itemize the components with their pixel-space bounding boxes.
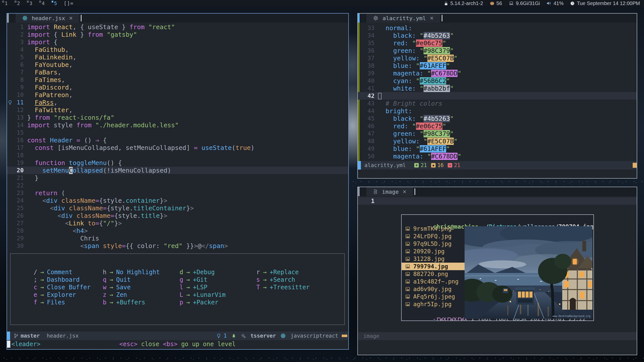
workspace-1[interactable]: 1	[0, 0, 12, 7]
token: useState	[201, 144, 232, 151]
token: React	[54, 23, 72, 31]
code-line[interactable]: 34 black: "#4b5263"	[358, 32, 637, 39]
code-line[interactable]: 6 FaYoutube,	[7, 61, 348, 68]
workspace-4[interactable]: 4	[37, 0, 49, 7]
layout-indicator[interactable]: []=	[64, 0, 73, 6]
code-line[interactable]: 10 FaPatreon,	[7, 91, 348, 99]
code-line[interactable]: 37 yellow: "#E5C07B"	[358, 54, 637, 62]
code-line[interactable]: 29 Chris	[7, 234, 348, 242]
token	[416, 85, 420, 92]
code-line[interactable]: 25 <div className={style.titleContainer}…	[7, 204, 348, 212]
token: ⇒	[95, 137, 99, 144]
whichkey-item[interactable]: /→Comment	[31, 268, 91, 276]
close-icon[interactable]: ×	[430, 15, 433, 21]
code-line[interactable]: 33 normal:	[358, 24, 637, 32]
code-line[interactable]: 27 <Link to={"/"}>	[7, 219, 348, 227]
code-line[interactable]: 22	[7, 182, 348, 189]
scroll-indicator[interactable]	[633, 163, 637, 168]
code-line[interactable]: 7 FaBars,	[7, 68, 348, 76]
code-line[interactable]: 45 black: "#4b5263"	[358, 115, 637, 122]
code-line[interactable]: 39 magenta: "#C678DD"	[358, 69, 637, 77]
code-line[interactable]: 28 <h4>	[7, 227, 348, 234]
code-line[interactable]: 4 FaGithub,	[7, 46, 348, 53]
code-text: FaRss,	[24, 99, 57, 106]
whichkey-item[interactable]: p→+Packer	[177, 299, 226, 306]
code-line[interactable]: 21 }	[7, 174, 348, 182]
file-name: 31228.jpg	[413, 256, 445, 262]
code-line[interactable]: 1	[358, 197, 637, 205]
code-line[interactable]: 35 red: "#e06c75"	[358, 39, 637, 47]
code-line[interactable]: 16const Header = () ⇒ {	[7, 136, 348, 144]
code-text: magenta: "#C678DD"	[374, 153, 461, 160]
gutter-sign	[7, 174, 13, 182]
token	[27, 144, 35, 151]
buffer-tab-image[interactable]: image ×	[366, 187, 413, 196]
close-icon[interactable]: ×	[403, 189, 406, 195]
whichkey-item[interactable]: h→No Highlight	[100, 268, 160, 276]
workspace-5[interactable]: 5	[49, 0, 62, 7]
code-line[interactable]: 2import { Link } from "gatsby"	[7, 31, 348, 38]
code-line[interactable]: 12 FaTwitter,	[7, 106, 348, 114]
code-line[interactable]: 47 green: "#98C379"	[358, 130, 637, 137]
token	[27, 99, 35, 106]
whichkey-item[interactable]: c→Close Buffer	[31, 284, 91, 291]
buffer-tab-header-jsx[interactable]: header.jsx ×	[16, 14, 79, 23]
whichkey-item[interactable]: L→+LunarVim	[177, 291, 226, 299]
code-line[interactable]: 1import React, { useState } from "react"	[7, 23, 348, 31]
code-line[interactable]: 5 FaLinkedin,	[7, 53, 348, 61]
token: }	[160, 197, 164, 204]
whichkey-item[interactable]: w→Save	[100, 284, 160, 291]
whichkey-item[interactable]: ;→Dashboard	[31, 276, 91, 284]
code-line[interactable]: 46 red: "#e06c75"	[358, 122, 637, 130]
code-line[interactable]: 20 setMenuCollapsed(!isMenuCollapsed)	[7, 167, 348, 174]
code-line[interactable]: 40 cyan: "#56B6C2"	[358, 77, 637, 85]
code-line[interactable]: 49 blue: "#61AFEF"	[358, 145, 637, 152]
code-line[interactable]: 36 green: "#98C379"	[358, 47, 637, 54]
whichkey-item[interactable]: b→+Buffers	[100, 299, 160, 306]
workspace-3[interactable]: 3	[25, 0, 37, 7]
whichkey-item[interactable]: g→+Git	[177, 276, 226, 284]
code-line[interactable]: 24 <div className={style.container}>	[7, 197, 348, 204]
whichkey-item[interactable]: f→Files	[31, 299, 91, 306]
code-line[interactable]: 9 FaDiscord,	[7, 84, 348, 91]
code-line[interactable]: 23 return (	[7, 189, 348, 197]
code-line[interactable]: 43 # Bright colors	[358, 100, 637, 107]
whichkey-item[interactable]: r→+Replace	[253, 268, 310, 276]
code-line[interactable]: 8 FaTimes,	[7, 76, 348, 84]
code-line[interactable]: 42	[358, 92, 637, 100]
code-line[interactable]: 48 yellow: "#E5C07B"	[358, 137, 637, 145]
buffer-tab-alacritty-yml[interactable]: alacritty.yml ×	[366, 14, 440, 23]
code-line[interactable]: 41 white: "#abb2bf"	[358, 85, 637, 92]
code-line[interactable]: 44 bright:	[358, 107, 637, 115]
code-line[interactable]: 13} from "react-icons/fa"	[7, 114, 348, 121]
binding-label: Explorer	[47, 291, 76, 298]
token: FaBars	[35, 69, 57, 76]
token: yellow:	[393, 55, 420, 62]
whichkey-item[interactable]: e→Explorer	[31, 291, 91, 299]
code-line[interactable]: 17 const [isMenuCollapsed, setMenuCollap…	[7, 144, 348, 151]
token	[27, 91, 35, 99]
code-line[interactable]: 38 blue: "#61AFEF"	[358, 62, 637, 69]
whichkey-item[interactable]: q→Quit	[100, 276, 160, 284]
code-line[interactable]: 11 FaRss,	[7, 99, 348, 106]
code-line[interactable]: 50 magenta: "#C678DD"	[358, 152, 637, 160]
whichkey-item[interactable]: T→+Treesitter	[253, 284, 310, 291]
token: #61AFEF	[420, 145, 446, 152]
scroll-indicator[interactable]	[342, 335, 347, 337]
close-icon[interactable]: ×	[69, 15, 72, 21]
code-line[interactable]: 15	[7, 129, 348, 136]
code-line[interactable]: 14import style from "./header.module.les…	[7, 121, 348, 129]
code-line[interactable]: 26 <div className={style.title}>	[7, 212, 348, 219]
code-line[interactable]: 18	[7, 151, 348, 159]
whichkey-item[interactable]: z→Zen	[100, 291, 160, 299]
code-text: white: "#abb2bf"	[374, 85, 454, 92]
token: "	[424, 138, 427, 145]
code-line[interactable]: 19 function toggleMenu() {	[7, 159, 348, 167]
token: import	[27, 122, 50, 129]
whichkey-item[interactable]: d→+Debug	[177, 268, 226, 276]
whichkey-item[interactable]: s→+Search	[253, 276, 310, 284]
code-line[interactable]: 30 <span style={{ color: "red" }}>@</spa…	[7, 242, 348, 250]
whichkey-item[interactable]: l→+LSP	[177, 284, 226, 291]
workspace-2[interactable]: 2	[12, 0, 25, 7]
code-line[interactable]: 3import {	[7, 38, 348, 46]
